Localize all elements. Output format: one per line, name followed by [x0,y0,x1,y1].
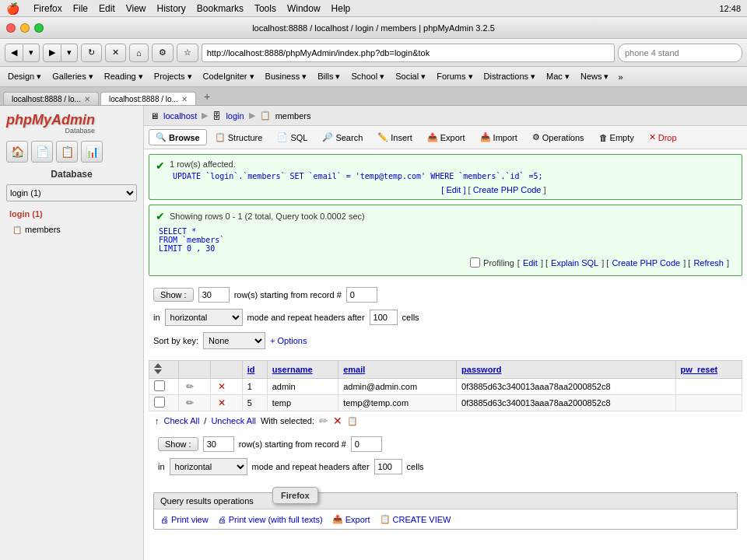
tab-operations[interactable]: ⚙ Operations [525,129,591,145]
tab-drop[interactable]: ✕ Drop [642,129,684,145]
breadcrumb-login[interactable]: login [226,111,244,121]
tab-close-0[interactable]: ✕ [84,95,90,103]
navbar-bills[interactable]: Bills ▾ [313,70,345,83]
row1-delete-button[interactable]: ✕ [216,380,228,393]
tab-close-1[interactable]: ✕ [181,95,188,103]
bottom-show-input[interactable] [203,436,234,452]
navbar-school[interactable]: School ▾ [346,70,389,83]
refresh-link[interactable]: Refresh [693,258,724,268]
new-tab-button[interactable]: + [198,88,216,105]
print-view-full-link[interactable]: 🖨 Print view (with full texts) [218,514,323,524]
profiling-checkbox[interactable] [470,257,480,268]
bottom-start-input[interactable] [351,436,382,452]
tab-search[interactable]: 🔎 Search [315,129,370,145]
navbar-business[interactable]: Business ▾ [261,70,312,83]
minimize-button[interactable] [20,23,30,33]
apple-menu[interactable]: 🍎 [6,2,19,15]
sidebar-import-icon[interactable]: 📊 [81,141,103,163]
bottom-mode-select[interactable]: horizontal vertical [170,458,247,475]
navbar-mac[interactable]: Mac ▾ [542,70,574,83]
col-password[interactable]: password [457,361,675,379]
url-bar[interactable] [202,44,615,62]
navbar-news[interactable]: News ▾ [576,70,614,83]
search-bar[interactable] [618,44,742,62]
menu-edit[interactable]: Edit [99,3,115,14]
menu-view[interactable]: View [126,3,146,14]
menu-window[interactable]: Window [287,3,321,14]
navbar-galleries[interactable]: Galleries ▾ [47,70,97,83]
menu-file[interactable]: File [73,3,88,14]
tab-structure[interactable]: 📋 Structure [208,129,270,145]
bottom-show-button[interactable]: Show : [158,437,198,451]
print-view-link[interactable]: 🖨 Print view [160,514,209,524]
edit-link-1[interactable]: [ Edit ] [441,185,465,194]
tab-export[interactable]: 📤 Export [420,129,472,145]
home-button[interactable]: ⌂ [129,44,149,62]
uncheck-all-link[interactable]: Uncheck All [211,416,255,425]
show-button[interactable]: Show : [153,288,194,302]
col-id[interactable]: id [242,361,267,379]
navbar-codeigniter[interactable]: CodeIgniter ▾ [198,70,259,83]
navbar-reading[interactable]: Reading ▾ [100,70,148,83]
tab-sql[interactable]: 📄 SQL [270,129,314,145]
profiling-edit-link[interactable]: Edit [523,258,538,268]
create-php-link-1[interactable]: Create PHP Code [473,185,542,194]
tab-browse[interactable]: 🔍 Browse [149,129,207,145]
reload-button[interactable]: ↻ [81,44,102,62]
close-button[interactable] [6,23,16,33]
menu-history[interactable]: History [157,3,186,14]
stop-button[interactable]: ✕ [105,44,126,62]
tab-import[interactable]: 📥 Import [473,129,524,145]
members-item[interactable]: 📋 members [6,223,137,236]
create-view-link[interactable]: 📋 CREATE VIEW [380,514,451,524]
tab-1[interactable]: localhost:8888 / lo... ✕ [100,92,196,105]
sidebar-home-icon[interactable]: 🏠 [6,141,28,163]
mode-select[interactable]: horizontal vertical horizontalflipped [165,309,243,326]
create-php-link-2[interactable]: Create PHP Code [612,258,680,268]
start-record-input[interactable] [346,287,377,303]
row1-checkbox[interactable] [154,380,165,391]
forward-button[interactable]: ▶ [43,44,61,62]
navbar-forums[interactable]: Forums ▾ [432,70,477,83]
breadcrumb-localhost[interactable]: localhost [163,111,197,121]
sidebar-sql-icon[interactable]: 📄 [31,141,53,163]
row2-checkbox[interactable] [154,397,165,408]
sort-select[interactable]: None [203,332,265,349]
export-selected-icon[interactable]: 📋 [347,416,358,426]
tab-empty[interactable]: 🗑 Empty [592,129,641,145]
options-button[interactable]: ⚙ [152,44,174,62]
row2-edit-button[interactable]: ✏ [184,397,196,409]
bottom-headers-input[interactable] [374,459,402,474]
explain-sql-link[interactable]: Explain SQL [551,258,598,268]
col-email[interactable]: email [338,361,457,379]
maximize-button[interactable] [34,23,44,33]
menu-firefox[interactable]: Firefox [33,3,62,14]
tab-0[interactable]: localhost:8888 / lo... ✕ [3,92,99,105]
tab-insert[interactable]: ✏️ Insert [370,129,419,145]
navbar-social[interactable]: Social ▾ [391,70,430,83]
row1-edit-button[interactable]: ✏ [184,380,196,393]
navbar-design[interactable]: Design ▾ [3,70,46,83]
sidebar-export-icon[interactable]: 📋 [56,141,78,163]
row2-delete-button[interactable]: ✕ [216,397,228,409]
navbar-projects[interactable]: Projects ▾ [149,70,197,83]
forward-dropdown[interactable]: ▾ [61,44,78,62]
menu-tools[interactable]: Tools [254,3,276,14]
database-select[interactable]: login (1) [6,184,137,201]
navbar-more[interactable]: » [615,71,626,83]
export-results-link[interactable]: 📤 Export [332,514,370,524]
check-all-link[interactable]: Check All [164,416,200,425]
col-username[interactable]: username [267,361,338,379]
show-count-input[interactable] [198,287,230,303]
col-pw-reset[interactable]: pw_reset [675,361,742,379]
edit-selected-icon[interactable]: ✏ [319,415,328,427]
delete-selected-icon[interactable]: ✕ [333,415,342,427]
menu-help[interactable]: Help [331,3,351,14]
menu-bookmarks[interactable]: Bookmarks [197,3,244,14]
navbar-distractions[interactable]: Distractions ▾ [479,70,541,83]
back-button[interactable]: ◀ [5,44,23,62]
headers-input[interactable] [370,310,398,325]
back-dropdown[interactable]: ▾ [23,44,40,62]
options-toggle[interactable]: + Options [270,336,307,345]
bookmark-button[interactable]: ☆ [177,44,198,62]
